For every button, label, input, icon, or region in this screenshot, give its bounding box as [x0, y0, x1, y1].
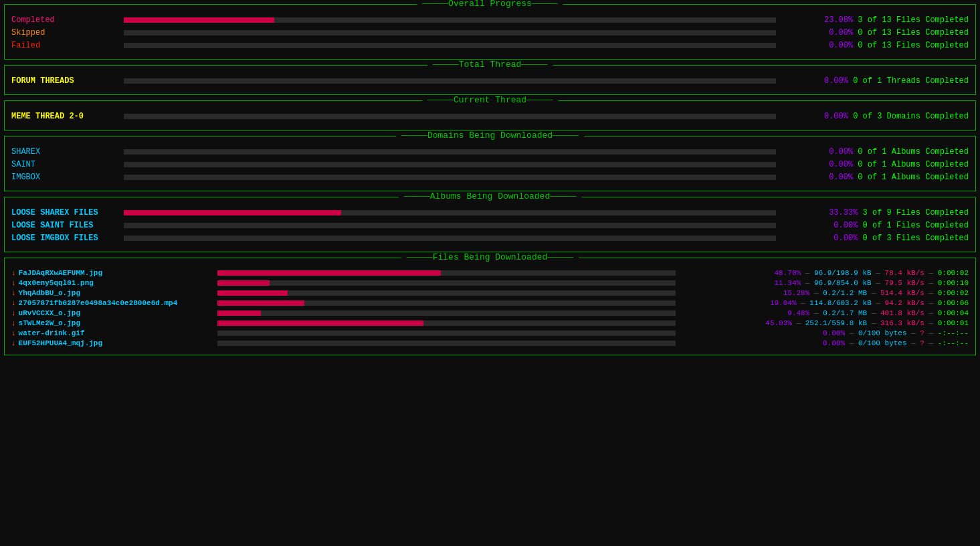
- saint-label: SAINT: [11, 160, 118, 169]
- meme-thread-stats: 0.00% 0 of 3 Domains Completed: [781, 112, 969, 121]
- albums-title: Albums Being Downloaded: [399, 191, 581, 201]
- forum-threads-bar: [124, 78, 776, 84]
- files-content: ↓FaJDAqRXwAEFUMM.jpg 48.70% — 96.9/198.9…: [11, 269, 969, 347]
- sharex-label: SHAREX: [11, 147, 118, 157]
- albums-section: Albums Being Downloaded LOOSE SHAREX FIL…: [4, 197, 976, 252]
- meme-thread-row: MEME THREAD 2-0 0.00% 0 of 3 Domains Com…: [11, 112, 969, 121]
- file-label-4: ↓27057871fb6287e0498a34c0e2800e6d.mp4: [11, 299, 212, 307]
- loose-imgbox-row: LOOSE IMGBOX FILES 0.00% 0 of 3 Files Co…: [11, 234, 969, 243]
- file-icon-8: ↓: [11, 339, 16, 347]
- loose-imgbox-stats: 0.00% 0 of 3 Files Completed: [781, 234, 969, 243]
- forum-threads-row: FORUM THREADS 0.00% 0 of 1 Threads Compl…: [11, 76, 969, 86]
- file-label-5: ↓uRvVCCXX_o.jpg: [11, 309, 212, 317]
- failed-pct: 0.00%: [829, 41, 853, 50]
- loose-saint-stats: 0.00% 0 of 1 Files Completed: [781, 221, 969, 230]
- failed-stats: 0.00% 0 of 13 Files Completed: [781, 41, 969, 50]
- file-stats-6: 45.03% — 252.1/559.8 kB — 316.3 kB/s — 0…: [681, 319, 969, 327]
- files-section: Files Being Downloaded ↓FaJDAqRXwAEFUMM.…: [4, 258, 976, 355]
- files-title: Files Being Downloaded: [401, 252, 579, 262]
- imgbox-label: IMGBOX: [11, 173, 118, 182]
- skipped-stats: 0.00% 0 of 13 Files Completed: [781, 28, 969, 37]
- imgbox-rest: 0 of 1 Albums Completed: [858, 173, 969, 182]
- saint-row: SAINT 0.00% 0 of 1 Albums Completed: [11, 160, 969, 169]
- file-row-3: ↓YhqAdbBU_o.jpg 15.28% — 0.2/1.2 MB — 51…: [11, 289, 969, 297]
- sharex-bar: [124, 149, 776, 155]
- file-label-1: ↓FaJDAqRXwAEFUMM.jpg: [11, 269, 212, 277]
- file-stats-7: 0.00% — 0/100 bytes — ? — -:--:--: [681, 329, 969, 337]
- file-fill-6: [217, 321, 423, 326]
- file-label-2: ↓4qx0eny5qql01.png: [11, 279, 212, 287]
- file-bar-6: [217, 321, 676, 326]
- current-thread-title: Current Thread: [422, 95, 558, 105]
- file-bar-2: [217, 280, 676, 286]
- meme-thread-pct: 0.00%: [824, 112, 848, 121]
- file-stats-4: 19.04% — 114.8/603.2 kB — 94.2 kB/s — 0:…: [681, 299, 969, 307]
- file-bar-3: [217, 290, 676, 296]
- loose-imgbox-bar: [124, 236, 776, 241]
- meme-thread-label: MEME THREAD 2-0: [11, 112, 118, 121]
- skipped-label: Skipped: [11, 28, 118, 37]
- file-icon-5: ↓: [11, 309, 16, 317]
- skipped-rest: 0 of 13 Files Completed: [858, 28, 969, 37]
- albums-content: LOOSE SHAREX FILES 33.33% 3 of 9 Files C…: [11, 208, 969, 243]
- imgbox-pct: 0.00%: [829, 173, 853, 182]
- saint-pct: 0.00%: [829, 160, 853, 169]
- file-row-4: ↓27057871fb6287e0498a34c0e2800e6d.mp4 19…: [11, 299, 969, 307]
- forum-threads-stats: 0.00% 0 of 1 Threads Completed: [781, 76, 969, 86]
- domains-content: SHAREX 0.00% 0 of 1 Albums Completed SAI…: [11, 147, 969, 182]
- file-stats-5: 9.48% — 0.2/1.7 MB — 401.8 kB/s — 0:00:0…: [681, 309, 969, 317]
- loose-saint-row: LOOSE SAINT FILES 0.00% 0 of 1 Files Com…: [11, 221, 969, 230]
- overall-progress-content: Completed 23.08% 3 of 13 Files Completed…: [11, 15, 969, 50]
- completed-pct: 23.08%: [824, 15, 853, 25]
- file-stats-8: 0.00% — 0/100 bytes — ? — -:--:--: [681, 339, 969, 347]
- file-row-8: ↓EUF52HPUUA4_mqj.jpg 0.00% — 0/100 bytes…: [11, 339, 969, 347]
- total-thread-title: Total Thread: [427, 60, 553, 70]
- file-row-5: ↓uRvVCCXX_o.jpg 9.48% — 0.2/1.7 MB — 401…: [11, 309, 969, 317]
- failed-rest: 0 of 13 Files Completed: [858, 41, 969, 50]
- sharex-stats: 0.00% 0 of 1 Albums Completed: [781, 147, 969, 157]
- failed-label: Failed: [11, 41, 118, 50]
- file-row-7: ↓water-drink.gif 0.00% — 0/100 bytes — ?…: [11, 329, 969, 337]
- loose-sharex-stats: 33.33% 3 of 9 Files Completed: [781, 208, 969, 217]
- loose-sharex-pct: 33.33%: [829, 208, 858, 217]
- file-icon-7: ↓: [11, 329, 16, 337]
- progress-row-failed: Failed 0.00% 0 of 13 Files Completed: [11, 41, 969, 50]
- file-label-8: ↓EUF52HPUUA4_mqj.jpg: [11, 339, 212, 347]
- skipped-pct: 0.00%: [829, 28, 853, 37]
- total-thread-section: Total Thread FORUM THREADS 0.00% 0 of 1 …: [4, 65, 976, 95]
- imgbox-bar: [124, 175, 776, 180]
- saint-rest: 0 of 1 Albums Completed: [858, 160, 969, 169]
- domains-section: Domains Being Downloaded SHAREX 0.00% 0 …: [4, 136, 976, 191]
- sharex-rest: 0 of 1 Albums Completed: [858, 147, 969, 157]
- loose-sharex-rest: 3 of 9 Files Completed: [863, 208, 969, 217]
- file-bar-1: [217, 270, 676, 276]
- completed-stats: 23.08% 3 of 13 Files Completed: [781, 15, 969, 25]
- loose-saint-label: LOOSE SAINT FILES: [11, 221, 118, 230]
- loose-saint-pct: 0.00%: [834, 221, 858, 230]
- saint-stats: 0.00% 0 of 1 Albums Completed: [781, 160, 969, 169]
- file-stats-3: 15.28% — 0.2/1.2 MB — 514.4 kB/s — 0:00:…: [681, 289, 969, 297]
- file-row-1: ↓FaJDAqRXwAEFUMM.jpg 48.70% — 96.9/198.9…: [11, 269, 969, 277]
- completed-bar-fill: [124, 17, 274, 23]
- file-icon-6: ↓: [11, 319, 16, 327]
- progress-row-completed: Completed 23.08% 3 of 13 Files Completed: [11, 15, 969, 25]
- saint-bar: [124, 162, 776, 167]
- imgbox-row: IMGBOX 0.00% 0 of 1 Albums Completed: [11, 173, 969, 182]
- completed-label: Completed: [11, 15, 118, 25]
- current-thread-content: MEME THREAD 2-0 0.00% 0 of 3 Domains Com…: [11, 112, 969, 121]
- file-icon-3: ↓: [11, 289, 16, 297]
- loose-imgbox-rest: 0 of 3 Files Completed: [863, 234, 969, 243]
- imgbox-stats: 0.00% 0 of 1 Albums Completed: [781, 173, 969, 182]
- loose-sharex-fill: [124, 210, 341, 215]
- file-fill-1: [217, 270, 441, 276]
- loose-sharex-label: LOOSE SHAREX FILES: [11, 208, 118, 217]
- file-fill-3: [217, 290, 288, 296]
- file-fill-2: [217, 280, 270, 286]
- forum-threads-pct: 0.00%: [824, 76, 848, 86]
- total-thread-content: FORUM THREADS 0.00% 0 of 1 Threads Compl…: [11, 76, 969, 86]
- overall-progress-title: Overall Progress: [417, 0, 563, 9]
- file-fill-4: [217, 300, 304, 306]
- file-label-6: ↓sTWLMe2W_o.jpg: [11, 319, 212, 327]
- file-stats-1: 48.70% — 96.9/198.9 kB — 78.4 kB/s — 0:0…: [681, 269, 969, 277]
- file-bar-7: [217, 331, 676, 336]
